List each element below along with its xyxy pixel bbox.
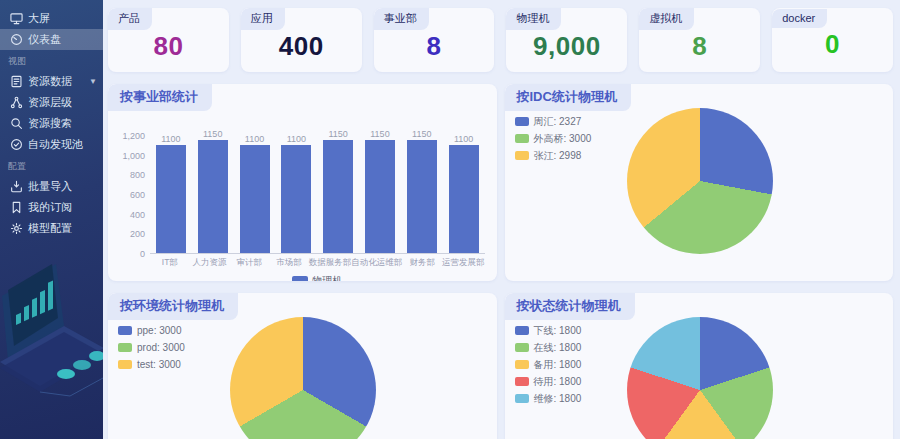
legend-swatch	[515, 343, 529, 352]
bar-column[interactable]: 1100	[443, 134, 485, 253]
screen-icon	[10, 12, 23, 25]
pie-legend-item[interactable]: ppe: 3000	[118, 322, 185, 339]
legend-swatch	[118, 343, 132, 352]
legend-swatch	[118, 326, 132, 335]
pie-legend-item[interactable]: 张江: 2998	[515, 147, 592, 164]
sidebar-item-discovery[interactable]: 自动发现池	[0, 134, 103, 155]
bar[interactable]	[407, 140, 437, 253]
bar-column[interactable]: 1150	[401, 129, 443, 253]
legend-swatch	[515, 394, 529, 403]
x-axis-label: 审计部	[229, 257, 269, 269]
pie-legend-item[interactable]: prod: 3000	[118, 339, 185, 356]
x-axis-labels: IT部人力资源审计部市场部数据服务部自动化运维部财务部运营发展部	[150, 257, 485, 269]
status-pie-legend: 下线: 1800在线: 1800备用: 1800待用: 1800维修: 1800	[515, 322, 582, 407]
legend-label: 备用: 1800	[534, 358, 582, 372]
legend-label: test: 3000	[137, 359, 181, 370]
stat-card: 产品80	[108, 8, 229, 72]
bar-column[interactable]: 1150	[317, 129, 359, 253]
bar[interactable]	[449, 145, 479, 253]
model-icon	[10, 222, 23, 235]
chart-title: 按事业部统计	[108, 84, 212, 111]
sidebar-item-data[interactable]: 资源数据▼	[0, 71, 103, 92]
legend-label: 下线: 1800	[534, 324, 582, 338]
bar[interactable]	[281, 145, 311, 253]
bar[interactable]	[240, 145, 270, 253]
sidebar-item-dashboard[interactable]: 仪表盘	[0, 29, 103, 50]
legend-label: 外高桥: 3000	[534, 132, 592, 146]
legend-swatch	[515, 134, 529, 143]
idc-pie-card: 按IDC统计物理机 周汇: 2327外高桥: 3000张江: 2998	[505, 84, 894, 281]
sidebar-item-layers[interactable]: 资源层级	[0, 92, 103, 113]
sidebar-item-label: 大屏	[28, 11, 50, 26]
sidebar-item-label: 我的订阅	[28, 200, 72, 215]
bar-column[interactable]: 1100	[275, 134, 317, 253]
sidebar-item-label: 自动发现池	[28, 137, 83, 152]
stat-card: 事业部8	[374, 8, 495, 72]
x-axis-label: 数据服务部	[309, 257, 352, 269]
data-icon	[10, 75, 23, 88]
sidebar-item-search[interactable]: 资源搜索	[0, 113, 103, 134]
sidebar-item-model[interactable]: 模型配置	[0, 218, 103, 239]
x-axis-label: 市场部	[269, 257, 309, 269]
sidebar-item-label: 资源数据	[28, 74, 72, 89]
stat-row: 产品80应用400事业部8物理机9,000虚拟机8docker0	[108, 8, 893, 72]
legend-label: 物理机	[312, 274, 342, 281]
pie-legend-item[interactable]: 备用: 1800	[515, 356, 582, 373]
sidebar-item-subscribe[interactable]: 我的订阅	[0, 197, 103, 218]
x-axis-label: 人力资源	[190, 257, 230, 269]
x-axis-label: 自动化运维部	[351, 257, 402, 269]
bar-column[interactable]: 1100	[150, 134, 192, 253]
bar-column[interactable]: 1150	[359, 129, 401, 253]
pie-legend-item[interactable]: 待用: 1800	[515, 373, 582, 390]
bar-value-label: 1150	[203, 129, 222, 139]
x-axis-label: IT部	[150, 257, 190, 269]
stat-label: docker	[772, 9, 827, 28]
bar-plot: 11001150110011001150115011501100	[150, 123, 485, 254]
bar[interactable]	[323, 140, 353, 253]
sidebar: 大屏仪表盘视图资源数据▼资源层级资源搜索自动发现池配置批量导入我的订阅模型配置	[0, 0, 103, 439]
env-pie-legend: ppe: 3000prod: 3000test: 3000	[118, 322, 185, 373]
bar[interactable]	[198, 140, 228, 253]
sidebar-item-label: 批量导入	[28, 179, 72, 194]
legend-label: 维修: 1800	[534, 392, 582, 406]
env-pie-card: 按环境统计物理机 ppe: 3000prod: 3000test: 3000	[108, 293, 497, 439]
chevron-down-icon[interactable]: ▼	[89, 77, 97, 86]
bar-plot-wrap: 11001150110011001150115011501100 IT部人力资源…	[150, 123, 485, 281]
stat-card: docker0	[772, 8, 893, 72]
pie-legend-item[interactable]: 下线: 1800	[515, 322, 582, 339]
bar-column[interactable]: 1100	[234, 134, 276, 253]
sidebar-item-screen[interactable]: 大屏	[0, 8, 103, 29]
sidebar-menu: 大屏仪表盘视图资源数据▼资源层级资源搜索自动发现池配置批量导入我的订阅模型配置	[0, 0, 103, 239]
legend-label: prod: 3000	[137, 342, 185, 353]
sidebar-item-label: 仪表盘	[28, 32, 61, 47]
stat-value: 8	[374, 31, 495, 62]
status-pie[interactable]	[627, 317, 773, 439]
legend-swatch	[118, 360, 132, 369]
bar-value-label: 1150	[328, 129, 347, 139]
stat-value: 8	[639, 31, 760, 62]
legend-swatch	[515, 377, 529, 386]
sidebar-item-label: 资源层级	[28, 95, 72, 110]
pie-legend-item[interactable]: 外高桥: 3000	[515, 130, 592, 147]
pie-legend-item[interactable]: 周汇: 2327	[515, 113, 592, 130]
idc-pie-legend: 周汇: 2327外高桥: 3000张江: 2998	[515, 113, 592, 164]
bar-legend[interactable]: 物理机	[150, 274, 485, 281]
bar-value-label: 1150	[412, 129, 431, 139]
chart-title: 按IDC统计物理机	[505, 84, 631, 111]
pie-legend-item[interactable]: 维修: 1800	[515, 390, 582, 407]
idc-pie[interactable]	[627, 108, 773, 254]
dept-bar-card: 按事业部统计 1,2001,0008006004002000 110011501…	[108, 84, 497, 281]
pie-legend-item[interactable]: 在线: 1800	[515, 339, 582, 356]
bar-value-label: 1100	[287, 134, 306, 144]
pie-legend-item[interactable]: test: 3000	[118, 356, 185, 373]
env-pie[interactable]	[230, 317, 376, 439]
bar-column[interactable]: 1150	[192, 129, 234, 253]
chart-title: 按环境统计物理机	[108, 293, 238, 320]
chart-title: 按状态统计物理机	[505, 293, 635, 320]
bar[interactable]	[365, 140, 395, 253]
sidebar-item-import[interactable]: 批量导入	[0, 176, 103, 197]
layers-icon	[10, 96, 23, 109]
stat-value: 9,000	[506, 31, 627, 62]
bar[interactable]	[156, 145, 186, 253]
status-pie-card: 按状态统计物理机 下线: 1800在线: 1800备用: 1800待用: 180…	[505, 293, 894, 439]
